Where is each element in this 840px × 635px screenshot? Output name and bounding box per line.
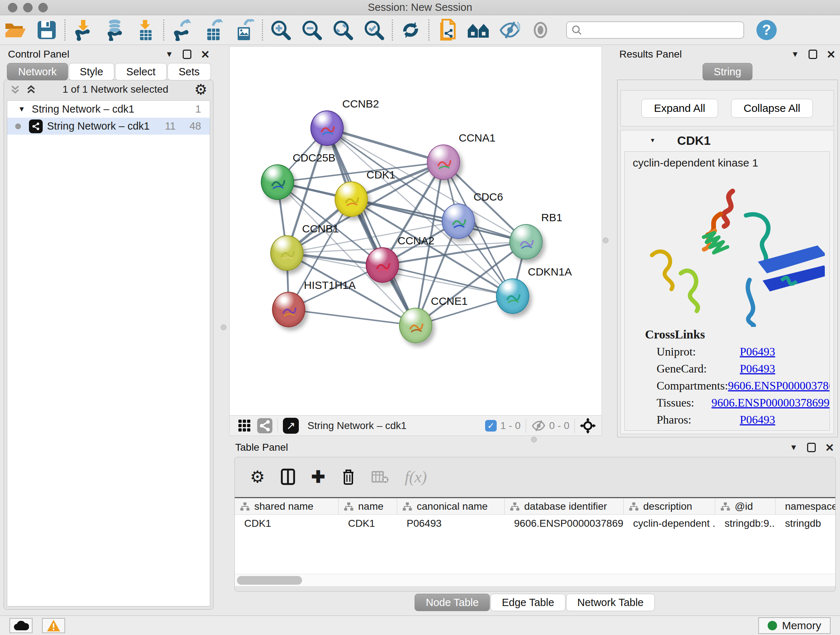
crosslink-link[interactable]: 9606.ENSP00000378699 xyxy=(728,379,830,393)
table-cell[interactable]: stringdb xyxy=(775,515,836,532)
apply-layout-button[interactable] xyxy=(395,17,426,43)
card-collapse-icon[interactable]: ▼ xyxy=(650,137,655,144)
network-row-selected[interactable]: String Network – cdk1 11 48 xyxy=(7,118,210,135)
crosslink-link[interactable]: P06493 xyxy=(740,362,775,375)
network-node-ccnb1[interactable] xyxy=(270,235,303,271)
network-node-cdc25b[interactable] xyxy=(261,165,294,200)
network-node-cdkn1a[interactable] xyxy=(496,279,529,314)
column-header-namespace[interactable]: namespace xyxy=(775,498,836,515)
pan-crosshair-icon[interactable] xyxy=(580,418,596,434)
export-network-button[interactable] xyxy=(166,17,197,43)
tab-sets[interactable]: Sets xyxy=(167,63,211,80)
network-node-ccne1[interactable] xyxy=(399,308,432,343)
network-node-hist1h1a[interactable] xyxy=(272,292,305,327)
right-splitter-handle[interactable] xyxy=(603,238,608,243)
import-table-button[interactable] xyxy=(130,17,161,43)
tab-style[interactable]: Style xyxy=(69,63,114,80)
collapse-all-button[interactable]: Collapse All xyxy=(731,99,813,118)
zoom-out-button[interactable] xyxy=(296,17,327,43)
tab-network-table[interactable]: Network Table xyxy=(566,594,655,611)
network-node-rb1[interactable] xyxy=(509,224,543,260)
table-cell[interactable]: cyclin-dependent ... xyxy=(624,515,715,532)
show-all-button[interactable] xyxy=(525,17,556,43)
results-panel-close-icon[interactable]: ✕ xyxy=(827,48,836,61)
tab-network[interactable]: Network xyxy=(7,63,68,80)
add-column-icon[interactable]: ✚ xyxy=(311,467,325,486)
warnings-button[interactable] xyxy=(42,618,65,633)
help-button[interactable]: ? xyxy=(756,20,777,40)
tab-node-table[interactable]: Node Table xyxy=(415,594,490,611)
column-header-shared-name[interactable]: shared name xyxy=(235,498,339,515)
export-image-button[interactable] xyxy=(229,17,260,43)
column-header-description[interactable]: description xyxy=(624,498,715,515)
table-cell[interactable]: stringdb:9... xyxy=(715,515,775,532)
column-header-database-identifier[interactable]: database identifier xyxy=(505,498,624,515)
network-node-ccnb2[interactable] xyxy=(310,111,344,146)
open-session-button[interactable] xyxy=(0,17,31,43)
table-panel-collapse-icon[interactable]: ▼ xyxy=(790,443,798,452)
network-view-panel[interactable]: CCNB2CCNA1CDC25BCDK1CDC6RB1CCNB1CCNA2CDK… xyxy=(229,46,602,436)
collapse-all-networks-icon[interactable] xyxy=(10,84,21,95)
table-panel-close-icon[interactable]: ✕ xyxy=(825,441,834,454)
tab-select[interactable]: Select xyxy=(115,63,167,80)
delete-column-icon[interactable] xyxy=(341,468,355,486)
network-node-ccna1[interactable] xyxy=(427,144,460,180)
search-input[interactable] xyxy=(582,24,739,35)
column-header-@id[interactable]: @id xyxy=(715,498,775,515)
network-collection-row[interactable]: ▼ String Network – cdk1 1 xyxy=(7,101,210,118)
show-columns-icon[interactable] xyxy=(281,469,295,485)
expand-all-networks-icon[interactable] xyxy=(26,84,36,95)
scrollbar-thumb[interactable] xyxy=(237,576,302,585)
table-options-gear-icon[interactable]: ⚙ xyxy=(250,467,265,486)
crosslink-link[interactable]: P06493 xyxy=(740,345,775,358)
control-panel-close-icon[interactable]: ✕ xyxy=(201,48,210,61)
network-edge[interactable] xyxy=(351,199,526,242)
horizontal-splitter-handle[interactable] xyxy=(531,437,537,442)
left-splitter-handle[interactable] xyxy=(221,325,226,330)
crosslink-link[interactable]: 9606.ENSP00000378699 xyxy=(712,396,829,409)
control-panel-collapse-icon[interactable]: ▼ xyxy=(165,50,173,59)
hide-unhide-button[interactable] xyxy=(494,17,525,43)
network-edge[interactable] xyxy=(327,128,444,162)
tab-edge-table[interactable]: Edge Table xyxy=(491,594,565,611)
open-in-window-icon[interactable]: ↗ xyxy=(283,418,299,434)
birds-eye-view-icon[interactable] xyxy=(238,419,251,432)
network-node-cdc6[interactable] xyxy=(442,203,475,239)
network-edge[interactable] xyxy=(289,310,416,325)
import-database-button[interactable] xyxy=(99,17,130,43)
results-panel-collapse-icon[interactable]: ▼ xyxy=(791,50,799,59)
zoom-fit-button[interactable] xyxy=(327,17,358,43)
memory-button[interactable]: Memory xyxy=(758,617,831,634)
column-header-name[interactable]: name xyxy=(339,498,397,515)
network-node-cdk1[interactable] xyxy=(335,181,368,217)
crosslink-link[interactable]: P06493 xyxy=(740,413,775,426)
string-import-button[interactable] xyxy=(431,17,463,43)
tab-string[interactable]: String xyxy=(703,63,752,80)
column-header-canonical-name[interactable]: canonical name xyxy=(397,498,505,515)
cloud-status-button[interactable] xyxy=(9,618,33,633)
network-node-ccna2[interactable] xyxy=(366,247,399,283)
table-cell[interactable]: 9606.ENSP00000378699 xyxy=(505,515,624,532)
save-session-button[interactable] xyxy=(31,17,62,43)
results-panel-float-icon[interactable] xyxy=(808,50,817,59)
string-home-button[interactable] xyxy=(463,17,494,43)
zoom-in-button[interactable] xyxy=(265,17,296,43)
control-panel-float-icon[interactable] xyxy=(183,50,191,59)
network-edge[interactable] xyxy=(327,128,416,325)
table-row[interactable]: CDK1CDK1P064939606.ENSP00000378699cyclin… xyxy=(235,515,835,532)
table-horizontal-scrollbar[interactable] xyxy=(235,574,835,586)
table-cell[interactable]: CDK1 xyxy=(339,515,397,532)
table-cell[interactable]: P06493 xyxy=(397,515,505,532)
zoom-selected-button[interactable] xyxy=(358,17,390,43)
import-network-button[interactable] xyxy=(68,17,99,43)
table-panel-float-icon[interactable] xyxy=(807,443,816,452)
table-cell[interactable]: CDK1 xyxy=(235,515,339,532)
expand-all-button[interactable]: Expand All xyxy=(641,99,718,118)
collection-expand-icon[interactable]: ▼ xyxy=(18,105,25,113)
export-table-button[interactable] xyxy=(197,17,229,43)
search-field[interactable] xyxy=(566,21,744,39)
selected-checkbox-icon[interactable]: ✓ xyxy=(485,420,497,432)
network-canvas[interactable]: CCNB2CCNA1CDC25BCDK1CDC6RB1CCNB1CCNA2CDK… xyxy=(230,47,602,415)
network-options-gear-icon[interactable]: ⚙ xyxy=(194,81,207,98)
protein-ribbon-thumb xyxy=(342,192,362,211)
